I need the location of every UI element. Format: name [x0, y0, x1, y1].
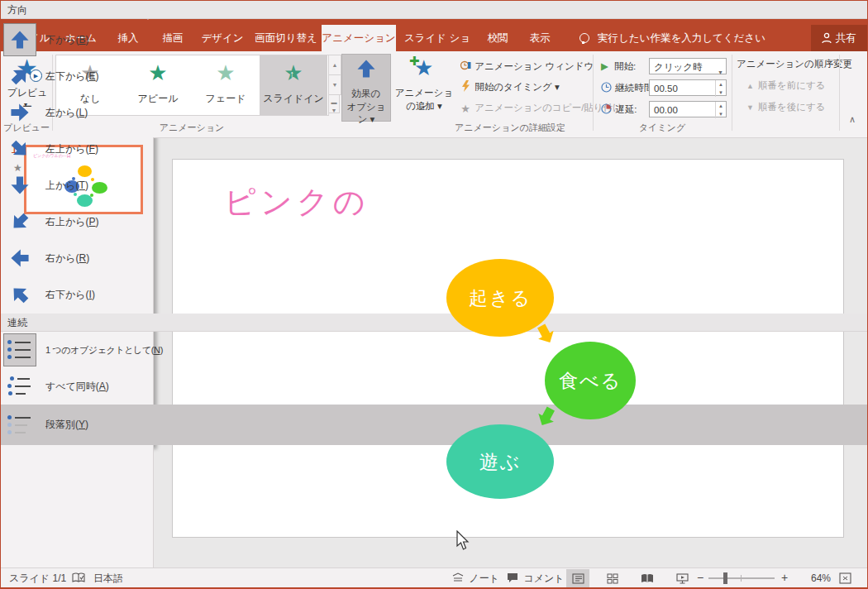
slide-sorter-view-button[interactable] [601, 569, 624, 587]
language-indicator[interactable]: 日本語 [93, 568, 123, 588]
zoom-slider-thumb[interactable] [723, 572, 727, 584]
menu-item-from-left[interactable]: 左から(L) [1, 94, 867, 131]
reading-view-icon [641, 573, 654, 584]
from-top-left-arrow-icon [3, 132, 36, 165]
effect-options-menu: 方向 下から(B) 左下から(E) 左から(L) 左上から(F) 上から(T) … [1, 0, 155, 447]
status-bar: スライド 1/1 日本語 ノート コメント − + 64% [1, 567, 867, 587]
notes-button[interactable]: ノート [452, 568, 499, 588]
notes-icon [452, 572, 464, 582]
zoom-slider-track[interactable] [708, 577, 775, 579]
from-bottom-arrow-icon [3, 23, 36, 56]
by-paragraph-icon [3, 409, 36, 442]
all-at-once-icon [3, 370, 36, 403]
slideshow-icon [676, 573, 689, 584]
from-bottom-right-arrow-icon [3, 278, 36, 311]
slideshow-view-button[interactable] [670, 569, 694, 587]
menu-header-sequence: 連続 [1, 314, 867, 332]
from-left-arrow-icon [3, 96, 36, 129]
mouse-cursor [456, 530, 471, 552]
fit-to-window-icon [839, 572, 851, 584]
menu-item-all-at-once[interactable]: すべて同時(A) [1, 368, 867, 405]
menu-item-from-top[interactable]: 上から(T) [1, 167, 867, 204]
shape-asobu[interactable]: 遊ぶ [446, 424, 554, 499]
comments-button[interactable]: コメント [507, 568, 564, 588]
menu-item-from-bottom-right[interactable]: 右下から(I) [1, 276, 867, 313]
shape-taberu[interactable]: 食べる [545, 342, 636, 419]
menu-header-direction: 方向 [1, 1, 867, 19]
menu-item-from-right[interactable]: 右から(R) [1, 240, 867, 276]
menu-item-by-paragraph[interactable]: 段落別(Y) [1, 405, 867, 445]
powerpoint-window: ▾ ▾ ▬▾ プレゼンテーション8 - PowerPoint Yoshie Ko… [0, 0, 868, 589]
menu-item-as-one-object[interactable]: 1 つのオブジェクトとして(N) [1, 332, 867, 368]
menu-item-from-top-left[interactable]: 左上から(F) [1, 131, 867, 167]
slide-indicator[interactable]: スライド 1/1 [9, 568, 66, 588]
from-bottom-left-arrow-icon [3, 60, 36, 93]
from-top-arrow-icon [3, 169, 36, 202]
zoom-in-button[interactable]: + [781, 568, 788, 588]
from-top-right-arrow-icon [3, 205, 36, 238]
as-one-object-icon [3, 333, 36, 366]
menu-item-from-bottom-left[interactable]: 左下から(E) [1, 58, 867, 94]
from-right-arrow-icon [3, 242, 36, 275]
spellcheck-book-icon[interactable] [72, 572, 85, 584]
comment-icon [507, 572, 518, 583]
normal-view-button[interactable] [566, 569, 589, 587]
normal-view-icon [572, 573, 584, 584]
zoom-out-button[interactable]: − [697, 568, 703, 588]
zoom-slider-tick [741, 575, 742, 582]
menu-item-from-top-right[interactable]: 右上から(P) [1, 204, 867, 240]
fit-to-window-button[interactable] [839, 572, 851, 587]
reading-view-button[interactable] [636, 569, 659, 587]
zoom-level[interactable]: 64% [811, 568, 831, 588]
menu-item-from-bottom[interactable]: 下から(B) [1, 22, 867, 58]
slide-sorter-icon [607, 573, 618, 584]
